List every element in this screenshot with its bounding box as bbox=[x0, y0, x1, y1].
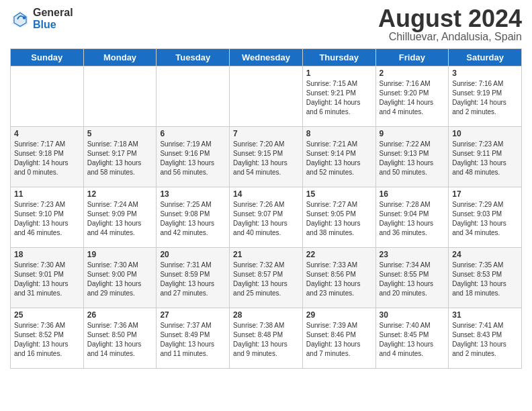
day-info: Sunrise: 7:18 AM Sunset: 9:17 PM Dayligh… bbox=[87, 140, 153, 177]
table-row: 13Sunrise: 7:25 AM Sunset: 9:08 PM Dayli… bbox=[157, 187, 230, 248]
day-info: Sunrise: 7:24 AM Sunset: 9:09 PM Dayligh… bbox=[87, 200, 153, 238]
day-number: 1 bbox=[306, 68, 372, 78]
table-row: 11Sunrise: 7:23 AM Sunset: 9:10 PM Dayli… bbox=[11, 187, 84, 248]
day-info: Sunrise: 7:35 AM Sunset: 8:53 PM Dayligh… bbox=[452, 261, 518, 298]
table-row: 15Sunrise: 7:27 AM Sunset: 9:05 PM Dayli… bbox=[302, 187, 375, 248]
day-info: Sunrise: 7:20 AM Sunset: 9:15 PM Dayligh… bbox=[233, 140, 299, 177]
month-year-title: August 2024 bbox=[378, 7, 522, 31]
calendar-table: Sunday Monday Tuesday Wednesday Thursday… bbox=[10, 48, 522, 369]
day-number: 27 bbox=[160, 310, 226, 320]
day-number: 5 bbox=[87, 129, 153, 138]
day-number: 28 bbox=[233, 310, 299, 320]
day-info: Sunrise: 7:33 AM Sunset: 8:56 PM Dayligh… bbox=[306, 261, 372, 298]
table-row bbox=[230, 66, 303, 127]
table-row: 23Sunrise: 7:34 AM Sunset: 8:55 PM Dayli… bbox=[375, 248, 449, 308]
day-number: 25 bbox=[14, 310, 80, 320]
day-info: Sunrise: 7:30 AM Sunset: 9:01 PM Dayligh… bbox=[14, 261, 80, 298]
location-label: Chilluevar, Andalusia, Spain bbox=[378, 31, 522, 43]
table-row: 19Sunrise: 7:30 AM Sunset: 9:00 PM Dayli… bbox=[83, 248, 157, 308]
title-block: August 2024 Chilluevar, Andalusia, Spain bbox=[378, 7, 522, 43]
day-number: 19 bbox=[87, 250, 153, 259]
day-number: 9 bbox=[380, 129, 445, 138]
calendar-week-row: 1Sunrise: 7:15 AM Sunset: 9:21 PM Daylig… bbox=[11, 66, 522, 127]
day-number: 10 bbox=[452, 129, 518, 138]
day-number: 15 bbox=[306, 189, 372, 199]
day-number: 11 bbox=[14, 189, 80, 199]
table-row: 24Sunrise: 7:35 AM Sunset: 8:53 PM Dayli… bbox=[449, 248, 522, 308]
table-row: 29Sunrise: 7:39 AM Sunset: 8:46 PM Dayli… bbox=[302, 308, 375, 369]
day-info: Sunrise: 7:15 AM Sunset: 9:21 PM Dayligh… bbox=[306, 79, 372, 117]
table-row: 25Sunrise: 7:36 AM Sunset: 8:52 PM Dayli… bbox=[11, 308, 84, 369]
day-number: 12 bbox=[87, 189, 153, 199]
table-row: 1Sunrise: 7:15 AM Sunset: 9:21 PM Daylig… bbox=[302, 66, 375, 127]
header-friday: Friday bbox=[375, 49, 449, 66]
table-row: 6Sunrise: 7:19 AM Sunset: 9:16 PM Daylig… bbox=[157, 127, 230, 187]
day-number: 26 bbox=[87, 310, 153, 320]
table-row: 27Sunrise: 7:37 AM Sunset: 8:49 PM Dayli… bbox=[157, 308, 230, 369]
day-number: 4 bbox=[14, 129, 80, 138]
day-number: 7 bbox=[233, 129, 299, 138]
table-row: 8Sunrise: 7:21 AM Sunset: 9:14 PM Daylig… bbox=[302, 127, 375, 187]
day-info: Sunrise: 7:41 AM Sunset: 8:43 PM Dayligh… bbox=[452, 321, 518, 359]
table-row: 28Sunrise: 7:38 AM Sunset: 8:48 PM Dayli… bbox=[230, 308, 303, 369]
day-info: Sunrise: 7:38 AM Sunset: 8:48 PM Dayligh… bbox=[233, 321, 299, 359]
table-row: 7Sunrise: 7:20 AM Sunset: 9:15 PM Daylig… bbox=[230, 127, 303, 187]
day-info: Sunrise: 7:17 AM Sunset: 9:18 PM Dayligh… bbox=[14, 140, 80, 177]
day-info: Sunrise: 7:40 AM Sunset: 8:45 PM Dayligh… bbox=[380, 321, 445, 359]
day-info: Sunrise: 7:25 AM Sunset: 9:08 PM Dayligh… bbox=[160, 200, 226, 238]
day-number: 23 bbox=[380, 250, 445, 259]
table-row: 18Sunrise: 7:30 AM Sunset: 9:01 PM Dayli… bbox=[11, 248, 84, 308]
table-row: 12Sunrise: 7:24 AM Sunset: 9:09 PM Dayli… bbox=[83, 187, 157, 248]
day-info: Sunrise: 7:36 AM Sunset: 8:52 PM Dayligh… bbox=[14, 321, 80, 359]
day-number: 13 bbox=[160, 189, 226, 199]
day-number: 2 bbox=[380, 68, 445, 78]
table-row: 26Sunrise: 7:36 AM Sunset: 8:50 PM Dayli… bbox=[83, 308, 157, 369]
weekday-header-row: Sunday Monday Tuesday Wednesday Thursday… bbox=[11, 49, 522, 66]
table-row bbox=[157, 66, 230, 127]
header: General Blue August 2024 Chilluevar, And… bbox=[10, 7, 522, 43]
calendar-week-row: 4Sunrise: 7:17 AM Sunset: 9:18 PM Daylig… bbox=[11, 127, 522, 187]
header-sunday: Sunday bbox=[11, 49, 84, 66]
table-row: 31Sunrise: 7:41 AM Sunset: 8:43 PM Dayli… bbox=[449, 308, 522, 369]
day-number: 20 bbox=[160, 250, 226, 259]
calendar-week-row: 18Sunrise: 7:30 AM Sunset: 9:01 PM Dayli… bbox=[11, 248, 522, 308]
header-thursday: Thursday bbox=[302, 49, 375, 66]
day-info: Sunrise: 7:23 AM Sunset: 9:11 PM Dayligh… bbox=[452, 140, 518, 177]
table-row: 10Sunrise: 7:23 AM Sunset: 9:11 PM Dayli… bbox=[449, 127, 522, 187]
day-number: 8 bbox=[306, 129, 372, 138]
day-info: Sunrise: 7:37 AM Sunset: 8:49 PM Dayligh… bbox=[160, 321, 226, 359]
day-number: 29 bbox=[306, 310, 372, 320]
table-row: 22Sunrise: 7:33 AM Sunset: 8:56 PM Dayli… bbox=[302, 248, 375, 308]
table-row: 4Sunrise: 7:17 AM Sunset: 9:18 PM Daylig… bbox=[11, 127, 84, 187]
day-info: Sunrise: 7:26 AM Sunset: 9:07 PM Dayligh… bbox=[233, 200, 299, 238]
page: General Blue August 2024 Chilluevar, And… bbox=[0, 0, 532, 375]
table-row: 16Sunrise: 7:28 AM Sunset: 9:04 PM Dayli… bbox=[375, 187, 449, 248]
header-saturday: Saturday bbox=[449, 49, 522, 66]
day-info: Sunrise: 7:30 AM Sunset: 9:00 PM Dayligh… bbox=[87, 261, 153, 298]
table-row: 3Sunrise: 7:16 AM Sunset: 9:19 PM Daylig… bbox=[449, 66, 522, 127]
day-info: Sunrise: 7:28 AM Sunset: 9:04 PM Dayligh… bbox=[380, 200, 445, 238]
day-info: Sunrise: 7:23 AM Sunset: 9:10 PM Dayligh… bbox=[14, 200, 80, 238]
header-tuesday: Tuesday bbox=[157, 49, 230, 66]
day-number: 3 bbox=[452, 68, 518, 78]
svg-marker-0 bbox=[13, 11, 28, 28]
day-number: 6 bbox=[160, 129, 226, 138]
logo: General Blue bbox=[10, 7, 73, 30]
day-info: Sunrise: 7:21 AM Sunset: 9:14 PM Dayligh… bbox=[306, 140, 372, 177]
table-row: 30Sunrise: 7:40 AM Sunset: 8:45 PM Dayli… bbox=[375, 308, 449, 369]
day-info: Sunrise: 7:36 AM Sunset: 8:50 PM Dayligh… bbox=[87, 321, 153, 359]
calendar-week-row: 25Sunrise: 7:36 AM Sunset: 8:52 PM Dayli… bbox=[11, 308, 522, 369]
day-info: Sunrise: 7:32 AM Sunset: 8:57 PM Dayligh… bbox=[233, 261, 299, 298]
day-number: 24 bbox=[452, 250, 518, 259]
day-number: 14 bbox=[233, 189, 299, 199]
day-info: Sunrise: 7:27 AM Sunset: 9:05 PM Dayligh… bbox=[306, 200, 372, 238]
day-number: 31 bbox=[452, 310, 518, 320]
day-number: 18 bbox=[14, 250, 80, 259]
table-row: 20Sunrise: 7:31 AM Sunset: 8:59 PM Dayli… bbox=[157, 248, 230, 308]
logo-general-label: General bbox=[33, 7, 73, 19]
day-number: 21 bbox=[233, 250, 299, 259]
day-info: Sunrise: 7:34 AM Sunset: 8:55 PM Dayligh… bbox=[380, 261, 445, 298]
day-info: Sunrise: 7:39 AM Sunset: 8:46 PM Dayligh… bbox=[306, 321, 372, 359]
svg-point-2 bbox=[23, 16, 26, 19]
day-info: Sunrise: 7:16 AM Sunset: 9:19 PM Dayligh… bbox=[452, 79, 518, 117]
